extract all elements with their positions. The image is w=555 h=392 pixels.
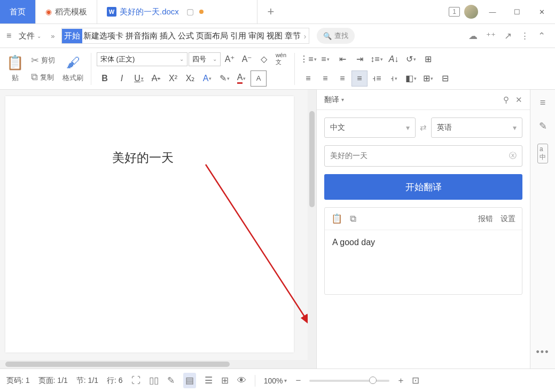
new-tab-button[interactable]: + — [257, 0, 284, 23]
translate-button[interactable]: 开始翻译 — [324, 174, 522, 200]
reading-view-icon[interactable]: ▯▯ — [149, 375, 159, 386]
pin-icon[interactable]: ⚲ — [503, 95, 509, 105]
outline-view-icon[interactable]: ☰ — [205, 375, 213, 386]
align-right-button[interactable]: ≡ — [334, 70, 350, 87]
font-name-select[interactable]: 宋体 (正文)⌄ — [97, 52, 187, 66]
font-color-button[interactable]: A▾ — [233, 70, 249, 87]
avatar[interactable] — [464, 5, 478, 19]
number-list-button[interactable]: ≡▾ — [317, 51, 333, 67]
menu-tab-formula[interactable]: 公式 — [177, 29, 195, 43]
menu-tab-view[interactable]: 视图 — [265, 29, 284, 43]
swap-lang-icon[interactable]: ⇄ — [420, 123, 427, 132]
zoom-out-button[interactable]: − — [295, 375, 301, 386]
tab-home[interactable]: 首页 — [0, 0, 36, 23]
increase-font-button[interactable]: A⁺ — [222, 51, 238, 67]
rtl-button[interactable]: ↺▾ — [403, 51, 419, 67]
copy-result-icon[interactable]: ⧉ — [350, 214, 356, 224]
report-error-link[interactable]: 报错 — [478, 214, 493, 224]
fit-page-icon[interactable]: ⊡ — [412, 375, 419, 386]
menu-tab-start[interactable]: 开始 — [62, 29, 82, 43]
export-icon[interactable]: ↗ — [504, 30, 512, 42]
menu-nav-right[interactable]: › — [302, 32, 309, 41]
sort-button[interactable]: ⊟ — [437, 70, 453, 87]
status-line[interactable]: 行: 6 — [107, 376, 123, 386]
align-center-button[interactable]: ≡ — [317, 70, 333, 87]
web-view-icon[interactable]: ⊞ — [221, 375, 229, 386]
zoom-level[interactable]: 100% ▾ — [264, 377, 287, 385]
status-section[interactable]: 节: 1/1 — [76, 376, 98, 386]
document-page[interactable]: 美好的一天 — [5, 96, 294, 352]
tab-document[interactable]: W 美好的一天.docx ▢ — [97, 0, 257, 23]
hamburger-icon[interactable]: ≡ — [4, 31, 13, 41]
format-painter-button[interactable]: 🖌 格式刷 — [60, 53, 85, 84]
collapse-ribbon-icon[interactable]: ⌃ — [538, 30, 545, 42]
bold-button[interactable]: B — [97, 70, 113, 87]
superscript-button[interactable]: X² — [165, 70, 181, 87]
menu-tab-insert[interactable]: 插入 — [159, 29, 177, 43]
menu-tab-review[interactable]: 审阅 — [247, 29, 265, 43]
hamburger-rail-icon[interactable]: ≡ — [540, 97, 546, 108]
more-button[interactable]: » — [46, 32, 59, 40]
paste-result-icon[interactable]: 📋 — [331, 213, 342, 224]
pencil-rail-icon[interactable]: ✎ — [539, 120, 547, 132]
translate-rail-icon[interactable]: a中 — [537, 144, 548, 163]
subscript-button[interactable]: X₂ — [182, 70, 198, 87]
underline-button[interactable]: U▾ — [131, 70, 147, 87]
phonetic-button[interactable]: wén文 — [273, 51, 289, 67]
settings-link[interactable]: 设置 — [501, 214, 515, 224]
bullet-list-button[interactable]: ⋮≡▾ — [300, 51, 316, 67]
paste-button[interactable]: 📋 贴 — [4, 53, 26, 84]
borders-button[interactable]: ⊞▾ — [420, 70, 436, 87]
minimize-button[interactable]: — — [482, 2, 503, 22]
search-box[interactable]: 🔍 查找 — [317, 28, 355, 44]
more-rail-icon[interactable]: ••• — [536, 347, 550, 358]
cloud-icon[interactable]: ☁ — [468, 30, 478, 42]
share-user-icon[interactable]: ⁺⁺ — [486, 30, 496, 42]
status-page-code[interactable]: 页码: 1 — [6, 376, 30, 386]
shading-button[interactable]: ◧▾ — [403, 70, 419, 87]
menu-tab-chapter[interactable]: 章节 — [284, 29, 302, 43]
file-menu[interactable]: 文件 ⌄ — [15, 31, 44, 41]
decrease-font-button[interactable]: A⁻ — [239, 51, 255, 67]
maximize-button[interactable]: ☐ — [507, 2, 527, 22]
close-panel-icon[interactable]: ✕ — [515, 95, 522, 105]
fullscreen-icon[interactable]: ⛶ — [131, 375, 140, 386]
zoom-in-button[interactable]: + — [398, 375, 403, 386]
edit-view-icon[interactable]: ✎ — [167, 375, 175, 386]
menu-tab-layout[interactable]: 页面布局 — [195, 29, 229, 43]
line-spacing-button[interactable]: ↕≡▾ — [369, 51, 385, 67]
menu-tab-reference[interactable]: 引用 — [229, 29, 247, 43]
strikethrough-button[interactable]: A▾ — [148, 70, 164, 87]
zoom-slider[interactable] — [309, 380, 389, 382]
highlight-button[interactable]: ✎▾ — [216, 70, 232, 87]
close-button[interactable]: ✕ — [531, 2, 552, 22]
horizontal-scrollbar[interactable] — [0, 360, 308, 369]
clear-input-icon[interactable]: ⓧ — [509, 151, 517, 161]
char-border-button[interactable]: A — [251, 70, 267, 87]
italic-button[interactable]: I — [114, 70, 130, 87]
distribute-button[interactable]: ⫞≡ — [369, 70, 385, 87]
font-size-select[interactable]: 四号⌄ — [189, 52, 221, 66]
copy-button[interactable]: ⧉复制 — [29, 70, 57, 84]
menu-tab-new[interactable]: 新建选项卡 — [82, 29, 124, 43]
source-lang-select[interactable]: 中文▾ — [324, 117, 416, 138]
menu-tab-pinyin[interactable]: 拼音指南 — [124, 29, 159, 43]
window-count-badge[interactable]: 1 — [449, 7, 460, 17]
eye-icon[interactable]: 👁 — [237, 375, 246, 386]
translate-input[interactable]: 美好的一天 ⓧ — [324, 145, 522, 167]
increase-indent-button[interactable]: ⇥ — [351, 51, 368, 67]
text-direction-button[interactable]: A↓ — [386, 51, 402, 67]
align-justify-button[interactable]: ≡ — [351, 70, 368, 87]
show-marks-button[interactable]: ⊞ — [420, 51, 436, 67]
page-view-icon[interactable]: ▤ — [183, 373, 196, 388]
align-left-button[interactable]: ≡ — [300, 70, 316, 87]
columns-button[interactable]: ⫞▾ — [386, 70, 402, 87]
kebab-icon[interactable]: ⋮ — [520, 30, 529, 42]
text-effects-button[interactable]: A▾ — [199, 70, 215, 87]
cut-button[interactable]: ✂剪切 — [29, 53, 57, 67]
clear-format-button[interactable]: ◇ — [256, 51, 272, 67]
vertical-scrollbar[interactable] — [308, 90, 316, 369]
panel-title[interactable]: 翻译 ▾ — [324, 95, 344, 105]
decrease-indent-button[interactable]: ⇤ — [334, 51, 350, 67]
status-page[interactable]: 页面: 1/1 — [38, 376, 68, 386]
